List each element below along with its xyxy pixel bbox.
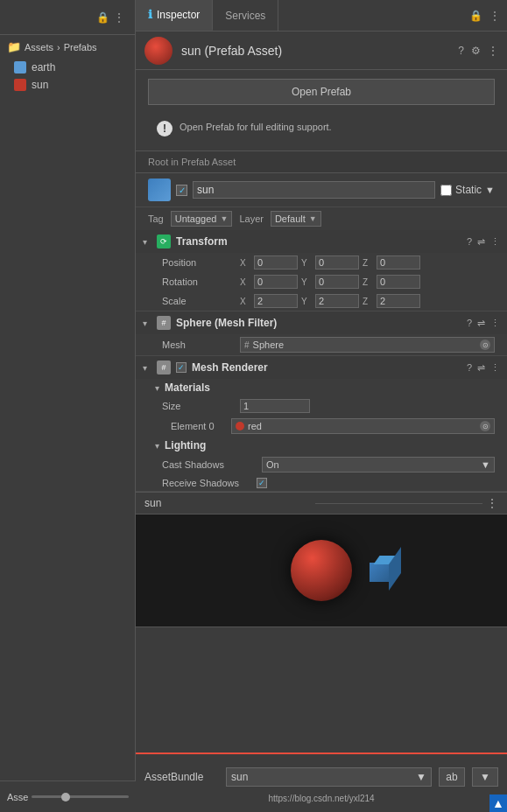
scale-z-label: Z: [363, 297, 373, 306]
sun-more-icon[interactable]: ⋮: [486, 496, 498, 510]
open-prefab-button[interactable]: Open Prefab: [148, 79, 495, 105]
scale-y-input[interactable]: [315, 294, 359, 308]
asset-bundle-dropdown[interactable]: sun ▼: [226, 767, 432, 787]
bottom-panel: AssetBundle sun ▼ ab ▼ https://blog.csdn…: [136, 752, 507, 812]
sun-label: sun: [32, 79, 48, 91]
tab-inspector[interactable]: ℹ Inspector: [136, 0, 213, 31]
materials-title: Materials: [165, 382, 210, 394]
rot-y-label: Y: [301, 277, 312, 287]
transform-body: Position X Y Z Rotation X: [136, 253, 507, 311]
transform-header[interactable]: ▾ ⟳ Transform ? ⇌ ⋮: [136, 230, 507, 253]
scale-x-input[interactable]: [254, 294, 298, 308]
asset-bundle-variant-arrow[interactable]: ▼: [472, 767, 498, 787]
open-prefab-section: Open Prefab: [136, 70, 507, 114]
mesh-grid-icon: #: [244, 340, 250, 350]
gear-icon[interactable]: ⚙: [471, 45, 481, 57]
mesh-target-icon[interactable]: ⊙: [480, 340, 490, 350]
sun-icon: [14, 79, 26, 91]
inspector-header-icons: ? ⚙ ⋮: [458, 45, 498, 57]
sidebar-item-sun[interactable]: sun: [0, 76, 135, 94]
size-input[interactable]: [240, 399, 310, 413]
tag-dropdown[interactable]: Untagged ▼: [171, 211, 233, 227]
blue-arrow-icon[interactable]: ▲: [489, 794, 507, 812]
mesh-renderer-help-icon[interactable]: ?: [467, 362, 472, 373]
mesh-filter-icon: #: [157, 316, 171, 330]
zoom-slider-container: Asse: [0, 780, 136, 812]
assets-label[interactable]: Assets: [25, 42, 53, 52]
mesh-renderer-more-icon[interactable]: ⋮: [490, 362, 500, 374]
menu-tab-icon[interactable]: ⋮: [489, 10, 500, 22]
transform-help-icon[interactable]: ?: [467, 236, 472, 247]
size-row: Size: [136, 396, 507, 416]
static-checkbox[interactable]: [440, 185, 452, 196]
layer-label: Layer: [239, 214, 264, 224]
size-label: Size: [162, 401, 236, 411]
receive-shadows-checkbox[interactable]: [257, 478, 267, 488]
pos-y-label: Y: [301, 258, 312, 268]
mesh-renderer-header[interactable]: ▾ # Mesh Renderer ? ⇌ ⋮: [136, 356, 507, 379]
pos-x-input[interactable]: [254, 256, 298, 270]
tab-services[interactable]: Services: [213, 0, 278, 31]
mesh-filter-header-icons: ? ⇌ ⋮: [467, 318, 500, 329]
left-panel: 🔒 ⋮ 📁 Assets › Prefabs earth sun Asse: [0, 0, 136, 812]
mesh-filter-header[interactable]: ▾ # Sphere (Mesh Filter) ? ⇌ ⋮: [136, 312, 507, 334]
right-panel: ℹ Inspector Services 🔒 ⋮ sun (Prefab Ass…: [136, 0, 507, 812]
info-text: Open Prefab for full editing support.: [180, 121, 332, 134]
prefabs-label[interactable]: Prefabs: [64, 42, 97, 52]
cast-shadows-row: Cast Shadows On ▼: [136, 454, 507, 475]
pos-z-input[interactable]: [377, 256, 420, 270]
asset-bundle-row: AssetBundle sun ▼ ab ▼: [136, 762, 507, 792]
cast-shadows-dropdown[interactable]: On ▼: [262, 457, 495, 472]
mesh-renderer-sliders-icon[interactable]: ⇌: [477, 362, 485, 374]
mesh-filter-more-icon[interactable]: ⋮: [490, 318, 500, 329]
info-box: ! Open Prefab for full editing support.: [148, 114, 495, 144]
tag-label: Tag: [148, 214, 164, 224]
rot-y-input[interactable]: [315, 275, 359, 289]
earth-icon: [14, 61, 26, 74]
preview-area: [136, 514, 507, 627]
question-icon[interactable]: ?: [458, 45, 464, 57]
material-target-icon[interactable]: ⊙: [480, 421, 490, 431]
sun-separator-label: sun: [144, 497, 312, 509]
object-name-input[interactable]: [193, 181, 435, 199]
layer-dropdown[interactable]: Default ▼: [271, 211, 321, 227]
cast-shadows-value: On: [266, 459, 279, 470]
materials-section-header[interactable]: ▾ Materials: [136, 379, 507, 396]
earth-label: earth: [32, 61, 55, 74]
position-xyz: X Y Z: [240, 256, 495, 270]
scale-y-label: Y: [301, 297, 312, 306]
rot-x-input[interactable]: [254, 275, 298, 289]
more-icon[interactable]: ⋮: [488, 45, 498, 57]
object-cube-icon: [148, 178, 171, 201]
pos-y-input[interactable]: [315, 256, 359, 270]
mesh-filter-title: Sphere (Mesh Filter): [176, 317, 461, 329]
mesh-renderer-checkbox[interactable]: [176, 362, 187, 373]
transform-more-icon[interactable]: ⋮: [490, 236, 500, 248]
static-dropdown-arrow[interactable]: ▼: [485, 185, 495, 195]
more-icon[interactable]: ⋮: [114, 11, 124, 24]
lock-tab-icon[interactable]: 🔒: [469, 10, 482, 22]
static-container: Static ▼: [440, 184, 495, 196]
mesh-renderer-header-icons: ? ⇌ ⋮: [467, 362, 500, 374]
asset-label: Asse: [7, 792, 28, 802]
asset-bundle-variant[interactable]: ab: [439, 767, 465, 787]
zoom-slider[interactable]: [32, 795, 129, 798]
mesh-filter-sliders-icon[interactable]: ⇌: [477, 318, 485, 329]
tab-services-label: Services: [225, 10, 265, 22]
transform-header-icons: ? ⇌ ⋮: [467, 236, 500, 248]
scale-z-input[interactable]: [377, 294, 420, 308]
mesh-filter-help-icon[interactable]: ?: [467, 318, 472, 328]
lighting-section-header[interactable]: ▾ Lighting: [136, 437, 507, 454]
element-0-row: Element 0 red ⊙: [136, 416, 507, 437]
transform-sliders-icon[interactable]: ⇌: [477, 236, 485, 248]
preview-cube: [370, 563, 389, 582]
sidebar-item-earth[interactable]: earth: [0, 59, 135, 76]
transform-expand-icon: ▾: [143, 237, 151, 247]
inspector-header: sun (Prefab Asset) ? ⚙ ⋮: [136, 32, 507, 70]
tag-arrow-icon: ▼: [220, 214, 228, 223]
layer-value: Default: [275, 214, 306, 224]
rot-z-input[interactable]: [377, 275, 420, 289]
root-label: Root in Prefab Asset: [136, 150, 507, 173]
object-active-checkbox[interactable]: [176, 185, 187, 196]
url-bar: https://blog.csdn.net/yxl214: [136, 792, 507, 805]
